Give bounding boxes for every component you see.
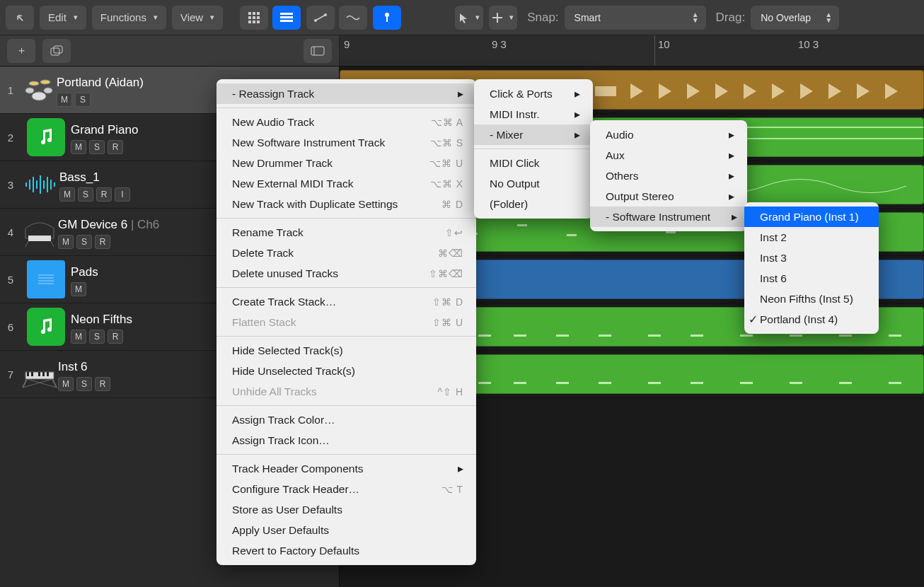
submenu-reassign[interactable]: Click & Ports▸MIDI Instr.▸- Mixer▸MIDI C… bbox=[474, 79, 593, 219]
track-number: 5 bbox=[0, 274, 21, 286]
add-track-button[interactable]: ＋ bbox=[7, 39, 35, 63]
view-menu[interactable]: View▾ bbox=[172, 6, 223, 30]
track-r-button[interactable]: R bbox=[108, 330, 123, 344]
menu-item-label: MIDI Instr. bbox=[490, 108, 540, 121]
menu-item[interactable]: New Track with Duplicate Settings⌘ D bbox=[216, 194, 476, 214]
flex-button[interactable] bbox=[339, 6, 367, 30]
track-m-button[interactable]: M bbox=[58, 235, 74, 249]
track-r-button[interactable]: R bbox=[108, 140, 123, 154]
menu-item[interactable]: Assign Track Color… bbox=[216, 409, 476, 430]
automation-button[interactable] bbox=[306, 6, 335, 30]
svg-rect-5 bbox=[257, 16, 260, 19]
menu-item[interactable]: Delete Track⌘⌫ bbox=[216, 243, 476, 263]
menu-item[interactable]: - Mixer▸ bbox=[474, 124, 593, 145]
svg-rect-4 bbox=[253, 16, 255, 19]
shortcut: ⌥ T bbox=[441, 484, 463, 495]
catch-playhead-button[interactable] bbox=[373, 6, 401, 30]
menu-item[interactable]: Output Stereo▸ bbox=[590, 186, 747, 207]
track-m-button[interactable]: M bbox=[71, 282, 86, 296]
svg-rect-19 bbox=[51, 48, 59, 55]
track-r-button[interactable]: R bbox=[95, 377, 110, 391]
track-m-button[interactable]: M bbox=[58, 377, 74, 391]
chevron-right-icon: ▸ bbox=[458, 88, 463, 100]
menu-item[interactable]: Delete unused Tracks⇧⌘⌫ bbox=[216, 263, 476, 284]
track-m-button[interactable]: M bbox=[71, 330, 86, 344]
track-number: 6 bbox=[0, 321, 21, 333]
context-menu[interactable]: - Reassign Track▸New Audio Track⌥⌘ ANew … bbox=[216, 79, 476, 565]
track-icon bbox=[21, 165, 59, 204]
track-m-button[interactable]: M bbox=[71, 140, 86, 154]
menu-item-label: New Audio Track bbox=[232, 116, 314, 129]
track-s-button[interactable]: S bbox=[76, 377, 92, 391]
menu-item[interactable]: Neon Fifths (Inst 5) bbox=[744, 289, 879, 309]
svg-rect-48 bbox=[42, 372, 45, 376]
menu-item[interactable]: Click & Ports▸ bbox=[474, 83, 593, 104]
submenu-software-instrument[interactable]: Grand Piano (Inst 1)Inst 2Inst 3Inst 6Ne… bbox=[744, 202, 879, 334]
pointer-tool[interactable]: ▾ bbox=[455, 6, 483, 30]
menu-item[interactable]: - Reassign Track▸ bbox=[216, 83, 476, 104]
track-number: 7 bbox=[0, 368, 21, 380]
track-s-button[interactable]: S bbox=[75, 93, 91, 107]
submenu-mixer[interactable]: Audio▸Aux▸Others▸Output Stereo▸- Softwar… bbox=[590, 120, 747, 231]
menu-item[interactable]: New Software Instrument Track⌥⌘ S bbox=[216, 132, 476, 153]
menu-item[interactable]: ✓Portland (Inst 4) bbox=[744, 309, 879, 330]
menu-item[interactable]: New Drummer Track⌥⌘ U bbox=[216, 153, 476, 173]
svg-marker-72 bbox=[885, 83, 898, 99]
menu-item-label: Hide Unselected Track(s) bbox=[232, 365, 355, 378]
global-tracks-button[interactable] bbox=[304, 39, 332, 63]
menu-item[interactable]: Apply User Defaults bbox=[216, 520, 476, 540]
track-s-button[interactable]: S bbox=[78, 187, 93, 202]
svg-marker-65 bbox=[687, 83, 700, 99]
menu-item[interactable]: Grand Piano (Inst 1) bbox=[744, 207, 879, 227]
menu-item[interactable]: Assign Track Icon… bbox=[216, 430, 476, 451]
drag-select[interactable]: No Overlap ▲▼ bbox=[751, 6, 839, 30]
menu-item[interactable]: - Software Instrument▸ bbox=[590, 207, 747, 227]
back-button[interactable] bbox=[6, 6, 34, 30]
menu-item[interactable]: Store as User Defaults bbox=[216, 499, 476, 520]
menu-item[interactable]: Audio▸ bbox=[590, 124, 747, 145]
menu-item[interactable]: Revert to Factory Defaults bbox=[216, 540, 476, 561]
snap-select[interactable]: Smart ▲▼ bbox=[565, 6, 706, 30]
menu-item[interactable]: Inst 3 bbox=[744, 248, 879, 268]
menu-item[interactable]: Others▸ bbox=[590, 165, 747, 186]
track-m-button[interactable]: M bbox=[59, 187, 75, 202]
menu-item[interactable]: Track Header Components▸ bbox=[216, 458, 476, 479]
menu-item[interactable]: Hide Selected Track(s) bbox=[216, 340, 476, 361]
shortcut: ⇧↩ bbox=[445, 227, 463, 238]
menu-item[interactable]: Hide Unselected Track(s) bbox=[216, 361, 476, 381]
menu-item[interactable]: Inst 2 bbox=[744, 227, 879, 248]
menu-item[interactable]: Rename Track⇧↩ bbox=[216, 222, 476, 243]
track-r-button[interactable]: R bbox=[95, 235, 110, 249]
grid-view-button[interactable] bbox=[240, 6, 268, 30]
track-m-button[interactable]: M bbox=[57, 93, 72, 107]
menu-item[interactable]: MIDI Instr.▸ bbox=[474, 104, 593, 124]
menu-item[interactable]: MIDI Click bbox=[474, 153, 593, 173]
alt-tool[interactable]: ▾ bbox=[489, 6, 517, 30]
track-s-button[interactable]: S bbox=[89, 330, 105, 344]
menu-item[interactable]: New Audio Track⌥⌘ A bbox=[216, 112, 476, 132]
chevron-right-icon: ▸ bbox=[729, 190, 734, 203]
track-s-button[interactable]: S bbox=[89, 140, 105, 154]
ruler[interactable]: 9 9 3 10 10 3 bbox=[340, 35, 924, 66]
updown-icon: ▲▼ bbox=[692, 12, 699, 23]
edit-menu[interactable]: Edit▾ bbox=[40, 6, 86, 30]
svg-point-25 bbox=[44, 88, 52, 93]
shortcut: ⌘⌫ bbox=[438, 248, 463, 259]
menu-item[interactable]: Inst 6 bbox=[744, 268, 879, 289]
menu-item[interactable]: Create Track Stack…⇧⌘ D bbox=[216, 291, 476, 312]
list-view-button[interactable] bbox=[272, 6, 301, 30]
track-i-button[interactable]: I bbox=[115, 187, 130, 202]
functions-menu[interactable]: Functions▾ bbox=[92, 6, 166, 30]
menu-item[interactable]: No Output bbox=[474, 173, 593, 194]
menu-item[interactable]: (Folder) bbox=[474, 194, 593, 214]
track-s-button[interactable]: S bbox=[76, 235, 92, 249]
menu-item-label: Inst 3 bbox=[760, 252, 787, 265]
menu-item-label: Portland (Inst 4) bbox=[760, 313, 838, 326]
menu-item[interactable]: Aux▸ bbox=[590, 145, 747, 165]
duplicate-track-button[interactable] bbox=[42, 39, 71, 63]
menu-item[interactable]: New External MIDI Track⌥⌘ X bbox=[216, 173, 476, 194]
snap-value: Smart bbox=[574, 12, 601, 23]
menu-item-label: - Mixer bbox=[490, 129, 523, 141]
track-r-button[interactable]: R bbox=[96, 187, 112, 202]
menu-item[interactable]: Configure Track Header…⌥ T bbox=[216, 479, 476, 499]
